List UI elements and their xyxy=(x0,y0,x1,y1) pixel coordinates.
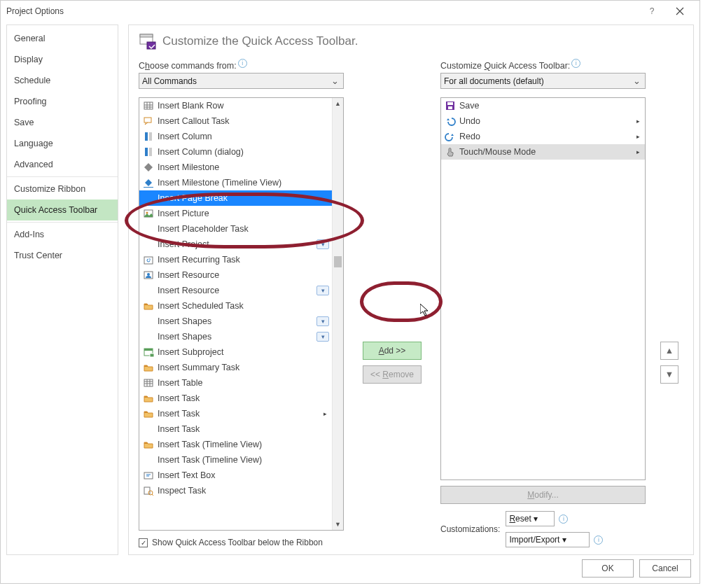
sidebar-item-proofing[interactable]: Proofing xyxy=(7,91,118,112)
list-item-label: Insert Placeholder Task xyxy=(158,224,332,234)
list-item[interactable]: Insert Resource xyxy=(139,283,332,298)
reset-button[interactable]: Reset ▾ xyxy=(506,511,555,526)
svg-point-14 xyxy=(147,273,150,276)
list-item[interactable]: Insert Column xyxy=(139,129,332,144)
move-up-button[interactable]: ▲ xyxy=(660,342,678,360)
list-item[interactable]: Insert Milestone xyxy=(139,160,332,175)
list-item[interactable]: Insert Column (dialog) xyxy=(139,144,332,160)
list-item[interactable]: Insert Blank Row xyxy=(139,98,332,113)
sidebar-item-advanced[interactable]: Advanced xyxy=(7,154,118,175)
import-export-button[interactable]: Import/Export ▾ xyxy=(506,532,590,547)
list-item[interactable]: Insert Scheduled Task xyxy=(139,298,332,314)
add-button[interactable]: Add >> xyxy=(363,342,422,360)
sidebar-item-language[interactable]: Language xyxy=(7,133,118,154)
list-item[interactable]: Insert Subproject xyxy=(139,344,332,360)
blank-icon xyxy=(142,316,155,327)
toolbar-list[interactable]: SaveUndo▸Redo▸Touch/Mouse Mode▸ xyxy=(440,97,646,480)
list-item[interactable]: Insert Recurring Task xyxy=(139,252,332,267)
close-button[interactable] xyxy=(666,1,694,21)
title-bar: Project Options ? xyxy=(1,1,699,22)
list-item-label: Save xyxy=(459,101,645,111)
info-icon[interactable]: i xyxy=(238,59,247,68)
list-item-label: Insert Column xyxy=(158,132,332,141)
grid-icon xyxy=(142,100,155,111)
sidebar-item-display[interactable]: Display xyxy=(7,49,118,70)
sidebar-item-trust-center[interactable]: Trust Center xyxy=(7,245,118,266)
sidebar-item-customize-ribbon[interactable]: Customize Ribbon xyxy=(7,178,118,200)
list-item[interactable]: Insert Table xyxy=(139,375,332,391)
info-icon[interactable]: i xyxy=(559,514,568,524)
list-item-label: Insert Task xyxy=(158,393,332,403)
remove-button[interactable]: << Remove xyxy=(363,365,422,384)
list-item-label: Insert Resource xyxy=(158,286,314,295)
modify-button[interactable]: Modify... xyxy=(440,486,646,504)
list-item[interactable]: Inspect Task xyxy=(139,483,332,498)
list-item-label: Insert Task (Timeline View) xyxy=(158,440,332,449)
list-item-label: Insert Text Box xyxy=(158,470,332,480)
info-icon[interactable]: i xyxy=(594,536,603,545)
toolbar-column: Customize Quick Access Toolbar:i For all… xyxy=(440,59,646,547)
list-item-label: Insert Shapes xyxy=(158,316,314,326)
cancel-button[interactable]: Cancel xyxy=(639,559,691,578)
list-item[interactable]: Insert Task (Timeline View) xyxy=(139,437,332,452)
col-icon xyxy=(142,131,155,142)
scroll-up-button[interactable]: ▲ xyxy=(333,98,343,109)
list-item[interactable]: Insert Task▸ xyxy=(139,406,332,421)
list-item[interactable]: Insert Task (Timeline View) xyxy=(139,452,332,468)
list-item[interactable]: Insert Placeholder Task xyxy=(139,221,332,237)
list-item[interactable]: Insert Summary Task xyxy=(139,360,332,375)
list-item[interactable]: Insert Task xyxy=(139,391,332,406)
subproject-icon xyxy=(142,346,155,358)
move-down-button[interactable]: ▼ xyxy=(660,365,678,384)
list-item[interactable]: Save xyxy=(441,98,645,113)
scroll-down-button[interactable]: ▼ xyxy=(333,519,343,530)
svg-rect-20 xyxy=(144,379,153,386)
list-item[interactable]: Undo▸ xyxy=(441,113,645,129)
svg-rect-1 xyxy=(140,34,153,37)
show-qat-below-checkbox[interactable]: ✓ Show Quick Access Toolbar below the Ri… xyxy=(139,538,344,547)
list-item-label: Insert Column (dialog) xyxy=(158,147,332,157)
scrollbar[interactable]: ▲ ▼ xyxy=(332,98,343,530)
customize-qat-combo[interactable]: For all documents (default) ⌄ xyxy=(440,73,646,89)
list-item[interactable]: Insert Project xyxy=(139,237,332,252)
ok-button[interactable]: OK xyxy=(582,559,634,578)
sidebar-item-schedule[interactable]: Schedule xyxy=(7,70,118,91)
command-list[interactable]: Insert Blank RowInsert Callout TaskInser… xyxy=(139,97,344,531)
choose-commands-combo[interactable]: All Commands ⌄ xyxy=(139,73,344,89)
col-icon xyxy=(142,146,155,158)
category-sidebar: General Display Schedule Proofing Save L… xyxy=(6,24,118,555)
chevron-down-icon: ⌄ xyxy=(329,76,340,86)
folder-icon xyxy=(142,439,155,450)
sidebar-item-save[interactable]: Save xyxy=(7,112,118,133)
list-item[interactable]: Insert Page Break xyxy=(139,190,332,206)
help-button[interactable]: ? xyxy=(638,1,666,21)
blank-icon xyxy=(142,239,155,250)
list-item-label: Insert Scheduled Task xyxy=(158,301,332,311)
list-item[interactable]: Insert Callout Task xyxy=(139,113,332,129)
list-item[interactable]: Touch/Mouse Mode▸ xyxy=(441,144,645,160)
customize-qat-label: Customize Quick Access Toolbar:i xyxy=(440,59,646,71)
list-item[interactable]: Insert Resource xyxy=(139,267,332,283)
svg-rect-12 xyxy=(144,257,153,264)
list-item[interactable]: Insert Task xyxy=(139,421,332,437)
save-icon xyxy=(444,100,457,111)
blank-icon xyxy=(142,285,155,296)
sidebar-item-add-ins[interactable]: Add-Ins xyxy=(7,224,118,245)
info-icon[interactable]: i xyxy=(571,59,580,68)
dialog-title: Project Options xyxy=(6,1,64,22)
list-item[interactable]: Insert Shapes xyxy=(139,329,332,344)
list-item[interactable]: Insert Text Box xyxy=(139,468,332,483)
list-item[interactable]: Insert Shapes xyxy=(139,314,332,329)
list-item-label: Insert Shapes xyxy=(158,332,314,342)
list-item-label: Touch/Mouse Mode xyxy=(459,147,634,157)
commands-column: Choose commands from:i All Commands ⌄ In… xyxy=(139,59,344,547)
list-item[interactable]: Insert Picture xyxy=(139,206,332,221)
list-item-label: Insert Page Break xyxy=(158,193,332,203)
list-item-label: Insert Callout Task xyxy=(158,116,332,126)
sidebar-item-general[interactable]: General xyxy=(7,28,118,49)
scroll-thumb[interactable] xyxy=(334,256,342,267)
list-item[interactable]: Insert Milestone (Timeline View) xyxy=(139,175,332,190)
folder-icon xyxy=(142,300,155,312)
list-item[interactable]: Redo▸ xyxy=(441,129,645,144)
sidebar-item-quick-access-toolbar[interactable]: Quick Access Toolbar xyxy=(7,200,118,220)
